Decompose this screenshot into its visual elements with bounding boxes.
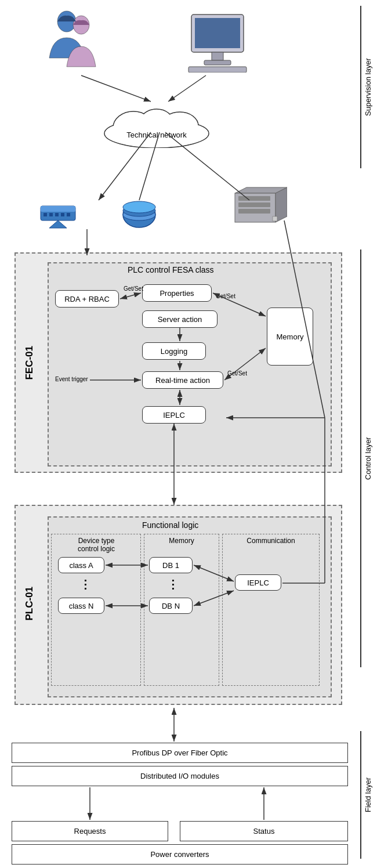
svg-rect-45	[41, 206, 75, 212]
cloud-shape: Technical network	[99, 102, 215, 148]
svg-rect-47	[49, 213, 53, 216]
router-icon	[116, 191, 162, 232]
plc-ieplc-text: IEPLC	[247, 578, 269, 587]
fec-label: FEC-01	[16, 334, 42, 392]
power-box: Power converters	[12, 844, 348, 865]
computer-icon	[174, 9, 261, 73]
properties-text: Properties	[160, 289, 194, 298]
supervision-layer-label: Supervision layer	[360, 6, 372, 168]
svg-rect-60	[238, 202, 270, 207]
svg-marker-51	[49, 220, 67, 228]
memory-text: Memory	[277, 332, 304, 341]
diagram: Supervision layer Control layer Field la…	[0, 0, 377, 868]
memory-box: Memory	[267, 308, 313, 366]
svg-rect-49	[61, 213, 64, 216]
dbn-text: DB N	[162, 602, 180, 610]
class-n-box: class N	[58, 598, 104, 614]
logging-box: Logging	[142, 342, 206, 360]
comm-col-title: Communication	[222, 537, 320, 545]
svg-rect-34	[188, 67, 246, 73]
status-box: Status	[180, 821, 348, 841]
dbn-box: DB N	[149, 598, 193, 614]
event-trigger-label: Event trigger	[55, 376, 88, 382]
getset-label-2: Get/Set	[216, 293, 235, 299]
distributed-box: Distributed I/O modules	[12, 766, 348, 786]
func-title: Functional logic	[142, 520, 198, 530]
class-n-text: class N	[69, 602, 94, 610]
plc-label-text: PLC-01	[24, 587, 35, 621]
svg-rect-46	[44, 213, 47, 216]
realtime-text: Real-time action	[155, 376, 210, 385]
requests-box: Requests	[12, 821, 168, 841]
device-col-line2: control logic	[78, 545, 115, 553]
svg-rect-33	[204, 60, 231, 65]
control-text: Control layer	[364, 437, 372, 480]
svg-rect-50	[67, 213, 70, 216]
requests-text: Requests	[74, 827, 106, 836]
rda-text: RDA + RBAC	[64, 295, 110, 303]
class-a-box: class A	[58, 557, 104, 573]
server-action-text: Server action	[158, 315, 202, 324]
plc-ieplc-box: IEPLC	[235, 574, 281, 591]
svg-line-4	[168, 75, 206, 102]
fec-label-text: FEC-01	[24, 346, 35, 380]
device-col-title: Device type control logic	[53, 537, 139, 553]
people-icon	[29, 9, 116, 73]
comm-col	[222, 534, 320, 686]
db1-text: DB 1	[162, 561, 179, 570]
network-switch-icon	[35, 191, 81, 232]
device-col-line1: Device type	[78, 537, 115, 545]
svg-line-3	[81, 75, 151, 102]
getset-label-1: Get/Set	[124, 285, 143, 292]
svg-text:Technical network: Technical network	[126, 131, 187, 139]
profibus-box: Profibus DP over Fiber Optic	[12, 743, 348, 763]
dots-memory: ⋮	[167, 577, 179, 591]
server-action-box: Server action	[142, 310, 217, 328]
rda-box: RDA + RBAC	[55, 290, 119, 308]
svg-rect-48	[55, 213, 59, 216]
logging-text: Logging	[161, 347, 187, 356]
svg-rect-59	[238, 196, 270, 201]
fec-ieplc-text: IEPLC	[163, 411, 185, 419]
profibus-text: Profibus DP over Fiber Optic	[132, 748, 227, 757]
svg-rect-62	[273, 216, 277, 221]
plc-label: PLC-01	[16, 574, 42, 632]
realtime-box: Real-time action	[142, 371, 223, 389]
class-a-text: class A	[69, 561, 93, 570]
supervision-text: Supervision layer	[364, 58, 372, 116]
dots-device: ⋮	[79, 577, 91, 591]
getset-label-3: Get/Set	[227, 370, 247, 377]
server-icon	[220, 183, 290, 229]
fec-ieplc-box: IEPLC	[142, 406, 206, 424]
distributed-text: Distributed I/O modules	[140, 772, 219, 780]
svg-rect-31	[195, 18, 240, 48]
properties-box: Properties	[142, 284, 212, 302]
power-text: Power converters	[150, 850, 209, 859]
status-text: Status	[253, 827, 275, 836]
field-text: Field layer	[364, 777, 372, 812]
db1-box: DB 1	[149, 557, 193, 573]
fesa-title: PLC control FESA class	[128, 265, 214, 274]
svg-rect-32	[212, 52, 223, 60]
svg-point-55	[123, 201, 155, 213]
field-layer-label: Field layer	[360, 731, 372, 859]
svg-rect-61	[238, 209, 270, 214]
control-layer-label: Control layer	[360, 249, 372, 667]
memory-col-title: Memory	[144, 537, 219, 545]
